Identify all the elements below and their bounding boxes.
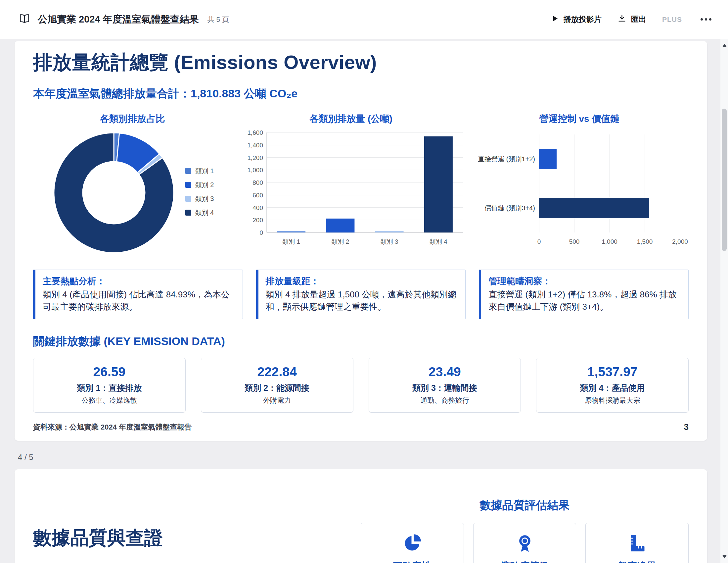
legend-swatch bbox=[185, 168, 191, 174]
stat-value: 26.59 bbox=[36, 365, 183, 379]
toolbar-right: 播放投影片 匯出 PLUS bbox=[551, 14, 714, 25]
svg-text:0: 0 bbox=[259, 229, 263, 236]
svg-text:類別 4: 類別 4 bbox=[429, 238, 447, 245]
insight-title: 管理範疇洞察： bbox=[488, 275, 681, 287]
svg-text:1,400: 1,400 bbox=[247, 142, 263, 149]
document-title: 公旭實業 2024 年度溫室氣體盤查結果 bbox=[38, 13, 199, 26]
export-label: 匯出 bbox=[631, 14, 646, 24]
scroll-up-arrow[interactable] bbox=[720, 40, 728, 51]
stat-card-category-3: 23.49 類別 3：運輸間接 通勤、商務旅行 bbox=[369, 358, 521, 413]
insight-title: 排放量級距： bbox=[266, 275, 458, 287]
svg-text:類別 2: 類別 2 bbox=[331, 238, 349, 245]
stat-label: 類別 4：產品使用 bbox=[539, 383, 686, 394]
stat-value: 23.49 bbox=[372, 365, 518, 379]
quality-card-uncertainty: 不確定性 -5.34% ~ +5.343% 誤差範圍 bbox=[361, 523, 464, 563]
quality-card-title: 準確度等級 bbox=[478, 560, 572, 563]
hbar-chart-title: 營運控制 vs 價值鏈 bbox=[539, 113, 620, 125]
document-icon bbox=[19, 13, 30, 26]
horizontal-bar-chart: 05001,0001,5002,000直接營運 (類別1+2)價值鏈 (類別3+… bbox=[470, 127, 689, 250]
bar-chart-block: 各類別排放量 (公噸) 02004006008001,0001,2001,400… bbox=[234, 113, 469, 256]
stat-sublabel: 通勤、商務旅行 bbox=[372, 396, 518, 405]
quality-card-boundary: 盤查邊界 營運控制權 設定方法 bbox=[585, 523, 689, 563]
legend-item[interactable]: 類別 1 bbox=[185, 166, 214, 175]
page-title: 排放量統計總覽 (Emissions Overview) bbox=[33, 50, 689, 75]
quality-results-heading: 數據品質評估結果 bbox=[361, 498, 689, 513]
svg-text:直接營運 (類別1+2): 直接營運 (類別1+2) bbox=[478, 155, 535, 163]
insight-box-magnitude: 排放量級距： 類別 4 排放量超過 1,500 公噸，遠高於其他類別總和，顯示供… bbox=[256, 269, 466, 319]
slide-page-3: 排放量統計總覽 (Emissions Overview) 本年度溫室氣體總排放量… bbox=[15, 41, 707, 441]
export-button[interactable]: 匯出 bbox=[617, 14, 646, 25]
scrollbar-thumb[interactable] bbox=[722, 109, 727, 251]
page-count-label: 共 5 頁 bbox=[207, 15, 229, 24]
download-icon bbox=[617, 14, 626, 25]
insight-body: 直接營運 (類別 1+2) 僅佔 13.8%，超過 86% 排放來自價值鏈上下游… bbox=[488, 289, 681, 313]
plus-badge: PLUS bbox=[662, 16, 682, 23]
legend-item[interactable]: 類別 3 bbox=[185, 194, 214, 203]
svg-text:600: 600 bbox=[252, 192, 263, 199]
svg-text:類別 3: 類別 3 bbox=[380, 238, 398, 245]
svg-text:1,600: 1,600 bbox=[247, 129, 263, 136]
legend-item[interactable]: 類別 2 bbox=[185, 180, 214, 189]
bar-chart-title: 各類別排放量 (公噸) bbox=[309, 113, 392, 125]
svg-text:1,200: 1,200 bbox=[247, 154, 263, 161]
svg-text:價值鏈 (類別3+4): 價值鏈 (類別3+4) bbox=[484, 204, 535, 211]
more-menu-button[interactable] bbox=[698, 16, 714, 23]
stat-label: 類別 2：能源間接 bbox=[204, 383, 350, 394]
legend-swatch bbox=[185, 210, 191, 215]
page4-right-column: 數據品質評估結果 不確定性 -5.34% ~ +5.343% 誤差範圍 bbox=[361, 469, 689, 563]
legend-swatch bbox=[185, 182, 191, 188]
page4-title: 數據品質與查證 bbox=[33, 526, 324, 551]
svg-text:1,000: 1,000 bbox=[247, 166, 263, 173]
bar-chart: 02004006008001,0001,2001,4001,600類別 1類別 … bbox=[235, 127, 467, 250]
svg-text:0: 0 bbox=[537, 238, 541, 245]
insight-title: 主要熱點分析： bbox=[43, 275, 235, 287]
hbar-chart-block: 營運控制 vs 價值鏈 05001,0001,5002,000直接營運 (類別1… bbox=[470, 113, 689, 256]
stat-label: 類別 3：運輸間接 bbox=[372, 383, 518, 394]
svg-text:1,000: 1,000 bbox=[602, 238, 617, 245]
stat-card-category-2: 222.84 類別 2：能源間接 外購電力 bbox=[201, 358, 353, 413]
insight-body: 類別 4 (產品使用間接) 佔比高達 84.93%，為本公司最主要的碳排放來源。 bbox=[43, 289, 235, 313]
legend-swatch bbox=[185, 196, 191, 202]
document-viewport: 排放量統計總覽 (Emissions Overview) 本年度溫室氣體總排放量… bbox=[0, 39, 720, 563]
legend-label: 類別 2 bbox=[195, 180, 214, 189]
stat-value: 1,537.97 bbox=[539, 365, 686, 379]
pie-chart-icon bbox=[402, 548, 422, 554]
scrollbar[interactable] bbox=[720, 39, 728, 563]
ruler-icon bbox=[627, 548, 647, 554]
award-icon bbox=[515, 548, 535, 554]
total-emissions-subtitle: 本年度溫室氣體總排放量合計：1,810.883 公噸 CO₂e bbox=[33, 86, 689, 101]
toolbar: 公旭實業 2024 年度溫室氣體盤查結果 共 5 頁 播放投影片 匯出 PLUS bbox=[0, 0, 728, 39]
slide-footer: 資料來源：公旭實業 2024 年度溫室氣體盤查報告 3 bbox=[33, 422, 689, 432]
donut-chart-title: 各類別排放占比 bbox=[100, 113, 165, 125]
insight-box-scope: 管理範疇洞察： 直接營運 (類別 1+2) 僅佔 13.8%，超過 86% 排放… bbox=[479, 269, 689, 319]
legend-item[interactable]: 類別 4 bbox=[185, 208, 214, 217]
page-position-indicator: 4 / 5 bbox=[18, 453, 720, 462]
quality-card-title: 不確定性 bbox=[365, 560, 460, 563]
stat-cards-row: 26.59 類別 1：直接排放 公務車、冷媒逸散 222.84 類別 2：能源間… bbox=[33, 358, 689, 413]
donut-chart bbox=[51, 130, 177, 256]
charts-row: 各類別排放占比 類別 1 類別 2 bbox=[33, 113, 689, 256]
legend-label: 類別 3 bbox=[195, 194, 214, 203]
legend-label: 類別 1 bbox=[195, 166, 214, 175]
quality-card-accuracy: 準確度等級 「好」 品質評定 bbox=[473, 523, 576, 563]
stat-label: 類別 1：直接排放 bbox=[36, 383, 183, 394]
page4-left-column: 數據品質與查證 數據透明度與可靠性：本公司致力於確保溫室氣體盤查數據的準確性與可… bbox=[33, 469, 324, 563]
quality-cards-row: 不確定性 -5.34% ~ +5.343% 誤差範圍 準確度等級 「好」 品質 bbox=[361, 523, 689, 563]
donut-chart-block: 各類別排放占比 類別 1 類別 2 bbox=[33, 113, 232, 256]
play-icon bbox=[551, 15, 559, 24]
insight-body: 類別 4 排放量超過 1,500 公噸，遠高於其他類別總和，顯示供應鏈管理之重要… bbox=[266, 289, 458, 313]
stat-sublabel: 外購電力 bbox=[204, 396, 350, 405]
svg-text:400: 400 bbox=[252, 204, 263, 211]
svg-text:200: 200 bbox=[252, 216, 263, 223]
slide-page-4: 數據品質與查證 數據透明度與可靠性：本公司致力於確保溫室氣體盤查數據的準確性與可… bbox=[15, 469, 707, 563]
legend-label: 類別 4 bbox=[195, 208, 214, 217]
svg-text:500: 500 bbox=[569, 238, 580, 245]
svg-text:類別 1: 類別 1 bbox=[282, 238, 300, 245]
slide-page-number: 3 bbox=[684, 422, 689, 432]
play-slideshow-button[interactable]: 播放投影片 bbox=[551, 14, 602, 24]
svg-text:1,500: 1,500 bbox=[637, 238, 653, 245]
quality-card-title: 盤查邊界 bbox=[590, 560, 684, 563]
stat-card-category-1: 26.59 類別 1：直接排放 公務車、冷媒逸散 bbox=[33, 358, 186, 413]
scroll-down-arrow[interactable] bbox=[720, 551, 728, 562]
insights-row: 主要熱點分析： 類別 4 (產品使用間接) 佔比高達 84.93%，為本公司最主… bbox=[33, 269, 689, 319]
